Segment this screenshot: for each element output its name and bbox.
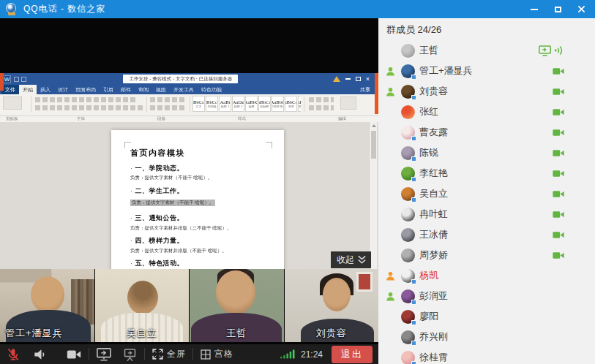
- document-area: 首页内容模块 一、学院动态。负责：提供文字素材（不能干 啥呢）。二、学生工作。负…: [0, 122, 378, 269]
- member-row[interactable]: 杨凯: [378, 265, 595, 286]
- camera-icon: [553, 251, 564, 260]
- doc-title: 首页内容模块: [130, 148, 266, 159]
- minimize-button[interactable]: [525, 3, 544, 16]
- exit-button[interactable]: 退出: [332, 346, 373, 363]
- word-tab[interactable]: 开始: [19, 85, 37, 94]
- collapse-button[interactable]: 收起: [331, 251, 371, 268]
- clipboard-group: [3, 96, 22, 110]
- stage: W 工作安排 - 兼容模式 - 文字文档 · 已连接到服务器 × 文件开始插入设…: [0, 18, 378, 344]
- fullscreen-button[interactable]: 全屏: [151, 348, 186, 360]
- member-row[interactable]: 乔兴刚: [378, 327, 595, 347]
- video-tile[interactable]: 刘贵容: [285, 269, 379, 342]
- word-tab[interactable]: 设计: [54, 85, 72, 94]
- word-tab[interactable]: 页面布局: [72, 85, 100, 94]
- ribbon-group-label: 编辑: [338, 116, 346, 121]
- presence-person-icon: [385, 270, 396, 281]
- pc-client-badge: [411, 156, 416, 162]
- pc-client-badge: [411, 177, 416, 182]
- member-name: 王哲: [419, 44, 438, 57]
- member-row[interactable]: 彭润亚: [378, 286, 595, 306]
- style-chip[interactable]: AaDz标题 2: [232, 96, 244, 112]
- member-row[interactable]: 曹友露: [378, 122, 595, 143]
- member-status-icons: [553, 81, 564, 102]
- word-tab[interactable]: 引用: [100, 85, 117, 94]
- word-minimize-button[interactable]: [345, 78, 351, 80]
- warning-icon: [333, 76, 340, 82]
- member-row[interactable]: 廖阳: [378, 306, 595, 327]
- ribbon-group-labels: 剪贴板字体段落样式编辑: [0, 116, 378, 122]
- word-tab[interactable]: 开发工具: [170, 85, 198, 94]
- ribbon-group-label: 样式: [238, 116, 246, 121]
- grid-view-button[interactable]: 宫格: [200, 348, 233, 360]
- word-tab[interactable]: 插入: [37, 85, 54, 94]
- camera-button[interactable]: [66, 347, 82, 362]
- avatar[interactable]: [401, 126, 415, 140]
- avatar[interactable]: [401, 64, 415, 78]
- video-tile[interactable]: 吴自立: [95, 269, 190, 342]
- member-row[interactable]: 王冰倩: [378, 224, 595, 245]
- video-tile[interactable]: 王哲: [190, 269, 284, 342]
- word-tab[interactable]: 文件: [1, 85, 19, 94]
- member-name: 冉叶虹: [419, 208, 448, 221]
- avatar[interactable]: [401, 269, 415, 283]
- presence-person-icon: [385, 86, 396, 97]
- member-row[interactable]: 陈锐: [378, 143, 595, 163]
- style-chip[interactable]: AaBbCcD明显强调: [298, 96, 301, 112]
- style-chip[interactable]: AaBbCcDc无间隔: [206, 96, 218, 112]
- member-row[interactable]: 李红艳: [378, 163, 595, 183]
- avatar[interactable]: [401, 85, 415, 99]
- style-chip[interactable]: AaBbCcD副标题: [258, 96, 271, 112]
- avatar[interactable]: [401, 330, 415, 344]
- avatar[interactable]: [401, 44, 415, 58]
- word-tab[interactable]: 视图: [152, 85, 170, 94]
- video-participant-name: 王哲: [190, 327, 284, 340]
- avatar[interactable]: [401, 249, 415, 262]
- member-row[interactable]: 吴自立: [378, 183, 595, 204]
- speaker-button[interactable]: [32, 347, 47, 362]
- member-row[interactable]: 张红: [378, 102, 595, 122]
- member-name: 乔兴刚: [419, 330, 448, 344]
- microphone-muted-button[interactable]: [6, 347, 20, 362]
- avatar[interactable]: [401, 187, 415, 201]
- member-name: 陈锐: [419, 146, 438, 159]
- close-button[interactable]: [572, 3, 591, 16]
- word-close-button[interactable]: ×: [366, 76, 370, 83]
- word-tab[interactable]: 审阅: [135, 85, 152, 94]
- style-chip[interactable]: AaBbC不明显强调: [272, 96, 284, 112]
- style-chip[interactable]: AaBbC标题: [245, 96, 258, 112]
- camera-icon: [553, 230, 564, 240]
- style-chip[interactable]: AaBbCcDc正文: [192, 96, 205, 112]
- fullscreen-icon: [151, 348, 164, 360]
- member-row[interactable]: 王哲: [378, 40, 595, 61]
- avatar[interactable]: [401, 228, 415, 242]
- avatar[interactable]: [401, 208, 415, 221]
- word-tab[interactable]: 邮件: [117, 85, 135, 94]
- avatar[interactable]: [401, 351, 415, 364]
- word-share-tab[interactable]: 共享: [356, 85, 374, 94]
- member-name: 杨凯: [419, 269, 438, 282]
- member-row[interactable]: 周梦娇: [378, 245, 595, 265]
- screen-share-button[interactable]: [96, 347, 112, 362]
- avatar[interactable]: [401, 146, 415, 160]
- avatar[interactable]: [401, 289, 415, 303]
- avatar[interactable]: [401, 310, 415, 324]
- member-row[interactable]: 冉叶虹: [378, 204, 595, 224]
- member-row[interactable]: 管工+潘显兵: [378, 61, 595, 81]
- member-name: 廖阳: [419, 310, 438, 323]
- member-status-icons: [553, 122, 564, 143]
- presence-person-icon: [385, 291, 396, 302]
- style-chip[interactable]: AaBt标题 1: [219, 96, 231, 112]
- word-tab[interactable]: 特色功能: [198, 85, 225, 94]
- member-row[interactable]: 刘贵容: [378, 81, 595, 102]
- camera-icon: [553, 87, 564, 96]
- video-tile[interactable]: 管工+潘显兵: [0, 269, 94, 342]
- whiteboard-button[interactable]: [122, 347, 138, 362]
- word-maximize-button[interactable]: [356, 77, 361, 81]
- style-chip[interactable]: AaBbCcD强调: [285, 96, 297, 112]
- avatar[interactable]: [401, 167, 415, 181]
- avatar[interactable]: [401, 105, 415, 119]
- member-status-icons: [553, 102, 564, 122]
- doc-scrollbar[interactable]: [369, 122, 377, 269]
- member-row[interactable]: 徐桂霄: [378, 347, 595, 364]
- maximize-button[interactable]: [548, 3, 567, 16]
